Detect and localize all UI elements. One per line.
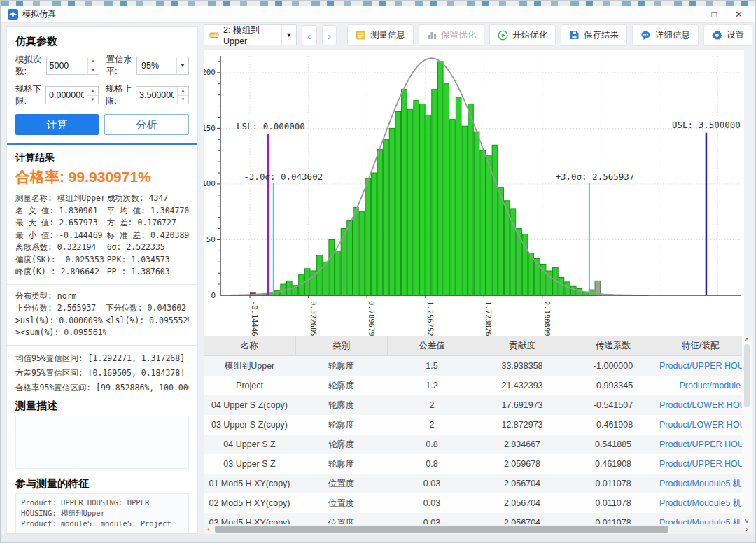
table-horizontal-scrollbar[interactable]: ‹ › (204, 524, 752, 534)
feature-link[interactable]: Product/UPPER HOUS (659, 356, 742, 376)
y-tick-label: 0 (211, 291, 216, 300)
chevron-down-icon[interactable]: ▼ (176, 57, 188, 74)
stat-item: 方 差: 0.176727 (107, 217, 189, 230)
usl-input[interactable] (136, 87, 177, 104)
app-title: 模拟仿真 (22, 8, 684, 20)
table-vertical-scrollbar[interactable]: ʌ v (742, 336, 752, 524)
histogram-bar (570, 286, 576, 295)
scroll-left-icon[interactable]: ‹ (204, 526, 214, 533)
table-row[interactable]: 04 Upper S Z(copy)轮廓度217.691973-0.541507… (204, 395, 742, 415)
vertical-scroll-thumb[interactable] (744, 344, 750, 407)
scroll-down-icon[interactable]: v (746, 517, 749, 524)
calculate-button[interactable]: 计算 (15, 114, 99, 135)
histogram-bar (384, 139, 389, 295)
minus-3sigma-line-label: -3.0σ: 0.043602 (244, 171, 323, 182)
toolbar-button-label: 测量信息 (370, 29, 405, 41)
table-row[interactable]: 03 Upper S Z(copy)轮廓度212.872973-0.461908… (204, 415, 742, 435)
table-row[interactable]: 04 Upper S Z轮廓度0.82.8346670.541885Produc… (204, 435, 742, 454)
description-title: 测量描述 (15, 400, 189, 413)
table-cell: 0.011078 (568, 493, 659, 513)
toolbar-button-save[interactable]: 保存结果 (561, 24, 627, 46)
sim-count-input[interactable] (47, 57, 88, 74)
feature-link[interactable]: Product/module (659, 376, 742, 395)
column-header[interactable]: 公差值 (387, 336, 477, 356)
toolbar-button-label: 保存结果 (584, 29, 619, 41)
histogram-bar (559, 278, 564, 295)
y-tick-label: 50 (206, 235, 216, 244)
measure-info-icon (356, 30, 366, 41)
column-header[interactable]: 特征/装配 (659, 336, 742, 356)
measurement-description-box[interactable] (15, 416, 189, 469)
y-tick-label: 150 (204, 124, 216, 133)
table-row[interactable]: 03 Upper S Z轮廓度0.82.0596780.461908Produc… (204, 454, 742, 474)
sim-count-stepper[interactable]: ▲▼ (46, 57, 99, 75)
toolbar-button-chat[interactable]: 详细信息 (632, 24, 699, 46)
toolbar-button-bar-chart[interactable]: 保留优化 (419, 24, 484, 46)
measure-icon (209, 30, 219, 40)
stat-item: 最 大 值: 2.657973 (15, 217, 104, 230)
contribution-table-panel: 名称类别公差值贡献度传递系数特征/装配 模组到Upper轮廓度1.533.938… (204, 336, 752, 534)
lsl-spin-arrows[interactable]: ▲▼ (87, 87, 98, 104)
column-header[interactable]: 类别 (295, 336, 387, 356)
feature-line: Product: UPPER HOUSING: UPPER HOUSING: 模… (21, 498, 183, 519)
toolbar-button-gear[interactable]: 设置 (704, 24, 752, 46)
histogram-bar (498, 188, 504, 295)
table-row[interactable]: 01 Mod5 H XY(copy)位置度0.032.0567040.01107… (204, 474, 742, 493)
close-button[interactable]: ✕ (735, 9, 743, 20)
column-header[interactable]: 名称 (204, 336, 295, 356)
confidence-select[interactable]: 95% ▼ (136, 57, 189, 75)
measured-features-box[interactable]: Product: UPPER HOUSING: UPPER HOUSING: 模… (15, 493, 189, 535)
column-header[interactable]: 传递系数 (568, 336, 659, 356)
spin-up-icon[interactable]: ▲ (178, 87, 188, 96)
table-cell: 01 Mod5 H XY(copy) (204, 474, 295, 493)
scroll-up-icon[interactable]: ʌ (746, 336, 749, 343)
lsl-label: 规格下限: (15, 83, 46, 107)
table-row[interactable]: 02 Mod5 H XY(copy)位置度0.032.0567040.01107… (204, 493, 742, 513)
horizontal-scroll-thumb[interactable] (215, 526, 668, 533)
histogram-bar (353, 207, 358, 295)
stat-item: 名 义 值: 1.830901 (15, 205, 104, 218)
table-cell: 04 Upper S Z (204, 435, 295, 454)
spin-down-icon[interactable]: ▼ (178, 96, 188, 104)
spin-down-icon[interactable]: ▼ (88, 66, 99, 75)
sim-count-spin-arrows[interactable]: ▲▼ (88, 57, 99, 74)
minimize-button[interactable]: — (684, 9, 693, 20)
toolbar-button-label: 开始优化 (512, 29, 547, 41)
feature-link[interactable]: Product/UPPER HOUS (659, 454, 742, 474)
confidence-interval-line: 合格率95%置信区间: [99.852886%, 100.000000% (15, 381, 189, 395)
table-cell: 03 Upper S Z(copy) (204, 415, 295, 435)
horizontal-scroll-track[interactable] (214, 526, 742, 533)
feature-link[interactable]: Product/LOWER HOUS (659, 395, 742, 415)
feature-link[interactable]: Product/Moudule5 机 (659, 474, 742, 493)
chevron-down-icon[interactable]: ▼ (281, 25, 296, 45)
feature-link[interactable]: Product/Moudule5 机 (659, 493, 742, 513)
toolbar-button-play[interactable]: 开始优化 (489, 24, 556, 46)
spin-down-icon[interactable]: ▼ (88, 96, 98, 104)
table-cell: 17.691973 (477, 395, 568, 415)
usl-spin-arrows[interactable]: ▲▼ (177, 87, 188, 104)
lsl-stepper[interactable]: ▲▼ (46, 86, 99, 104)
next-measurement-button[interactable]: › (322, 25, 337, 45)
distribution-stats: 分布类型: norm上分位数: 2.565937下分位数: 0.043602>u… (15, 290, 189, 339)
stat-item: 上分位数: 2.565937 (15, 302, 106, 315)
lsl-input[interactable] (46, 87, 87, 104)
stat-item: 下分位数: 0.043602 (106, 302, 189, 315)
usl-stepper[interactable]: ▲▼ (136, 86, 189, 104)
maximize-button[interactable]: □ (711, 9, 717, 20)
feature-link[interactable]: Product/UPPER HOUS (659, 435, 742, 454)
feature-link[interactable]: Product/LOWER HOUS (659, 415, 742, 435)
table-row[interactable]: 模组到Upper轮廓度1.533.938358-1.000000Product/… (204, 356, 742, 376)
toolbar-button-measure-info[interactable]: 测量信息 (347, 24, 414, 46)
bar-chart-icon (427, 30, 437, 40)
column-header[interactable]: 贡献度 (477, 336, 568, 356)
table-cell: 2.056704 (477, 493, 568, 513)
table-cell: 轮廓度 (295, 395, 387, 415)
histogram-chart-panel: 050100150200-0.1444690.3226050.7896791.2… (204, 50, 744, 336)
scroll-right-icon[interactable]: › (742, 526, 752, 533)
prev-measurement-button[interactable]: ‹ (302, 25, 317, 45)
table-row[interactable]: Project轮廓度1.221.432393-0.993345Product/m… (204, 376, 742, 395)
spin-up-icon[interactable]: ▲ (88, 57, 99, 66)
measurement-select[interactable]: 2: 模组到Upper ▼ (204, 24, 297, 45)
analyze-button[interactable]: 分析 (104, 114, 189, 135)
spin-up-icon[interactable]: ▲ (88, 87, 98, 96)
